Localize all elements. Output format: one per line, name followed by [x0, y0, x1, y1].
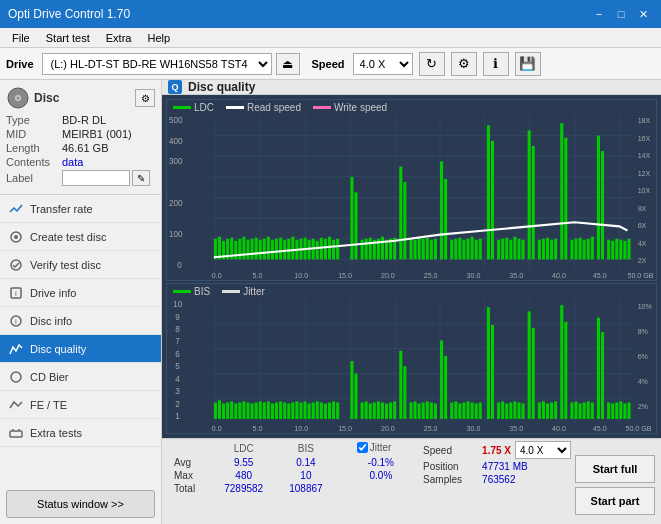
nav-items: Transfer rate Create test disc Verify te… [0, 195, 161, 484]
svg-rect-75 [283, 240, 286, 260]
start-full-button[interactable]: Start full [575, 455, 655, 483]
sidebar-item-disc-info[interactable]: i Disc info [0, 307, 161, 335]
sidebar-item-drive-info[interactable]: i Drive info [0, 279, 161, 307]
start-part-button[interactable]: Start part [575, 487, 655, 515]
start-buttons: Start full Start part [575, 441, 655, 524]
legend-ldc-label: LDC [194, 102, 214, 113]
settings-button[interactable]: ⚙ [451, 52, 477, 76]
title-bar: Opti Drive Control 1.70 − □ ✕ [0, 0, 661, 28]
disc-length-row: Length 46.61 GB [6, 142, 155, 154]
disc-quality-header-icon: Q [168, 80, 182, 94]
legend-write-speed-label: Write speed [334, 102, 387, 113]
svg-rect-247 [458, 403, 461, 419]
stats-row-max: Max 480 10 0.0% [168, 469, 411, 482]
sidebar-item-verify-test-disc[interactable]: Verify test disc [0, 251, 161, 279]
svg-text:20.0: 20.0 [381, 272, 395, 280]
svg-rect-66 [246, 240, 249, 260]
cd-bier-icon [8, 369, 24, 385]
window-title: Opti Drive Control 1.70 [8, 7, 130, 21]
svg-rect-223 [350, 361, 353, 419]
svg-rect-111 [450, 240, 453, 260]
max-ldc: 480 [211, 469, 277, 482]
svg-text:6%: 6% [638, 353, 649, 361]
samples-row: Samples 763562 [423, 474, 571, 485]
disc-label-input-wrap: ✎ [62, 170, 155, 186]
svg-text:15.0: 15.0 [338, 425, 352, 433]
jitter-checkbox[interactable] [357, 442, 368, 453]
speed-select[interactable]: 4.0 X [353, 53, 413, 75]
menu-help[interactable]: Help [139, 30, 178, 46]
refresh-button[interactable]: ↻ [419, 52, 445, 76]
svg-rect-139 [579, 238, 582, 260]
disc-label-edit-btn[interactable]: ✎ [132, 170, 150, 186]
svg-text:6: 6 [175, 350, 180, 359]
svg-text:14X: 14X [638, 152, 651, 160]
svg-rect-114 [462, 240, 465, 260]
maximize-button[interactable]: □ [611, 5, 631, 23]
legend-ldc: LDC [173, 102, 214, 113]
charts-area: LDC Read speed Write speed [162, 95, 661, 438]
svg-text:10%: 10% [638, 303, 653, 311]
speed-row-value: 1.75 X [482, 445, 511, 456]
svg-rect-150 [627, 239, 630, 260]
position-label: Position [423, 461, 478, 472]
right-panel: Q Disc quality LDC Read speed [162, 80, 661, 524]
svg-rect-246 [454, 401, 457, 419]
sidebar-item-label: Drive info [30, 287, 76, 299]
svg-text:18X: 18X [638, 117, 651, 125]
info-button[interactable]: ℹ [483, 52, 509, 76]
disc-type-label: Type [6, 114, 62, 126]
svg-rect-194 [222, 403, 225, 419]
sidebar-item-disc-quality[interactable]: Disc quality [0, 335, 161, 363]
svg-text:2X: 2X [638, 257, 647, 265]
menu-start-test[interactable]: Start test [38, 30, 98, 46]
menu-file[interactable]: File [4, 30, 38, 46]
svg-rect-283 [623, 403, 626, 419]
disc-label-input[interactable] [62, 170, 130, 186]
svg-text:10.0: 10.0 [294, 425, 308, 433]
svg-rect-254 [491, 325, 494, 419]
sidebar-item-transfer-rate[interactable]: Transfer rate [0, 195, 161, 223]
sidebar-item-cd-bier[interactable]: CD Bier [0, 363, 161, 391]
status-window-button[interactable]: Status window >> [6, 490, 155, 518]
svg-text:40.0: 40.0 [552, 272, 566, 280]
disc-quality-header: Q Disc quality [162, 80, 661, 95]
save-button[interactable]: 💾 [515, 52, 541, 76]
menu-extra[interactable]: Extra [98, 30, 140, 46]
svg-rect-284 [627, 402, 630, 419]
svg-rect-77 [291, 237, 294, 260]
sidebar-item-create-test-disc[interactable]: Create test disc [0, 223, 161, 251]
eject-button[interactable]: ⏏ [276, 53, 300, 75]
speed-right-select[interactable]: 4.0 X [515, 441, 571, 459]
svg-text:15.0: 15.0 [338, 272, 352, 280]
max-spacer [335, 469, 351, 482]
svg-rect-281 [615, 402, 618, 419]
sidebar-item-fe-te[interactable]: FE / TE [0, 391, 161, 419]
legend-bis-label: BIS [194, 286, 210, 297]
chart-bis-legend: BIS Jitter [167, 284, 656, 299]
svg-text:4X: 4X [638, 240, 647, 248]
svg-rect-275 [587, 401, 590, 419]
drive-select[interactable]: (L:) HL-DT-ST BD-RE WH16NS58 TST4 [42, 53, 272, 75]
sidebar-item-extra-tests[interactable]: Extra tests [0, 419, 161, 447]
svg-rect-102 [409, 239, 412, 260]
svg-rect-192 [214, 402, 217, 419]
svg-text:35.0: 35.0 [509, 425, 523, 433]
close-button[interactable]: ✕ [633, 5, 653, 23]
minimize-button[interactable]: − [589, 5, 609, 23]
svg-rect-236 [409, 402, 412, 419]
svg-rect-195 [226, 402, 229, 419]
svg-rect-87 [332, 240, 335, 260]
menu-bar: File Start test Extra Help [0, 28, 661, 48]
svg-rect-101 [403, 182, 406, 259]
disc-icon [6, 86, 30, 110]
svg-rect-148 [619, 240, 622, 260]
svg-rect-149 [623, 241, 626, 260]
sidebar-item-label: Verify test disc [30, 259, 101, 271]
disc-action-btn[interactable]: ⚙ [135, 89, 155, 107]
svg-rect-122 [501, 239, 504, 260]
stats-table: LDC BIS Jitter [168, 441, 411, 495]
samples-value: 763562 [482, 474, 515, 485]
svg-rect-145 [607, 240, 610, 260]
svg-text:6X: 6X [638, 222, 647, 230]
